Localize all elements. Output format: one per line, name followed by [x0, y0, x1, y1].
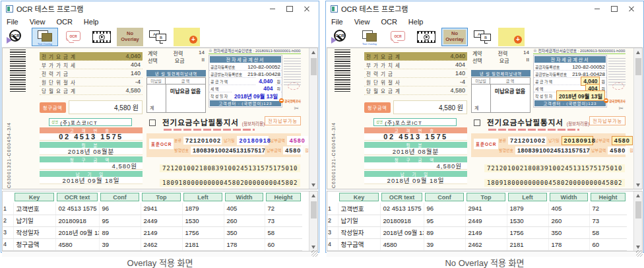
ocr-field-issue-date: 2018년 09월 13일	[232, 90, 280, 101]
document-viewport[interactable]: C63001321-C000454-3/4 전 기 요 금 계4,040 부 가…	[2, 48, 318, 189]
close-icon[interactable]	[300, 3, 314, 14]
scroll-down-icon[interactable]	[634, 180, 643, 189]
col-ocr-text[interactable]: OCR text	[57, 193, 98, 201]
charge-row: 부 가 가 치 세404	[364, 61, 467, 69]
col-width[interactable]: Width	[550, 193, 588, 201]
table-row[interactable]: 1고객번호02 4513 1575962941187940572	[3, 203, 302, 215]
table-row[interactable]: 2납기일20180918952449153026073	[3, 215, 302, 226]
ocr-speech-button[interactable]: OCR	[60, 28, 86, 46]
resize-grip[interactable]	[636, 250, 643, 257]
table-row[interactable]: 4청구금액4580392462218117860	[327, 238, 627, 250]
ocr-run-button[interactable]: OCR	[328, 28, 354, 46]
table-row[interactable]: 3작성일자2018년 09월 13일892149175635058	[3, 226, 302, 238]
col-key[interactable]: Key	[339, 193, 379, 201]
form-code: C63001321-C000454-3/4	[7, 102, 11, 188]
menu-view[interactable]: View	[354, 18, 370, 26]
bill-amount-label: 청구금액	[364, 102, 391, 113]
bill-amount-value: 4,580 원	[69, 100, 143, 114]
menu-file[interactable]: File	[331, 18, 343, 26]
col-top[interactable]: Top	[142, 193, 181, 201]
resize-grip[interactable]	[311, 250, 318, 257]
add-button[interactable]: +	[498, 28, 525, 46]
table-scrollbar[interactable]	[309, 191, 317, 251]
charges-panel: 전 기 요 금 계4,040 부 가 가 치 세404 전 력 기 금140 원…	[40, 52, 143, 114]
unpaid-header: 년 월 일련체미납내역	[471, 70, 531, 77]
col-height[interactable]: Height	[266, 193, 301, 201]
ocr-speech-button[interactable]: OCR	[385, 28, 411, 46]
bill-amount-row: 청구금액 4,580 원	[364, 100, 467, 114]
approval-number: ※ 전자세금계산서승인번호 : 20180913-50000001-h00017…	[209, 48, 301, 54]
col-conf[interactable]: Conf	[425, 193, 464, 201]
customer-panel: 성명 (주)포스코ICT 고 객 번 호 02 4513 1575 월 분 20…	[364, 118, 467, 184]
col-left[interactable]: Left	[508, 193, 547, 201]
menu-file[interactable]: File	[7, 18, 18, 26]
receipt-subtitle: (정보처리용)	[242, 120, 265, 127]
ocr-band: 표준OCR 분류 721201002 납기일 20180918 납부금액 458…	[146, 133, 301, 157]
col-top[interactable]: Top	[467, 193, 505, 201]
text-overlay-button[interactable]: Text Overlay	[32, 28, 58, 46]
menu-ocr[interactable]: OCR	[381, 18, 397, 26]
document-scrollbar[interactable]	[633, 48, 642, 189]
add-button[interactable]: +	[174, 28, 200, 46]
table-row[interactable]: 2납기일20180918952449153026073	[327, 215, 627, 226]
menu-ocr[interactable]: OCR	[56, 18, 72, 26]
receipt-title: 전기요금수납필통지서	[487, 117, 564, 127]
caption-no-overlay: No Overlay 적용 화면	[325, 256, 644, 268]
title-bar[interactable]: OCR 테스트 프로그램	[326, 1, 643, 16]
scroll-thumb[interactable]	[311, 201, 317, 218]
scroll-up-icon[interactable]	[309, 48, 318, 57]
menu-help[interactable]: Help	[84, 18, 99, 26]
ocr-results-table[interactable]: Key OCR text Conf Top Left Width Height …	[327, 191, 627, 251]
page: OCR 테스트 프로그램 File View OCR Help OCR	[0, 0, 644, 268]
table-row[interactable]: 1고객번호02 4513 1575962941187940572	[327, 203, 627, 215]
col-left[interactable]: Left	[183, 193, 222, 201]
no-overlay-button[interactable]: No Overlay	[441, 28, 468, 46]
minimize-icon[interactable]	[590, 3, 604, 14]
scroll-thumb[interactable]	[635, 58, 641, 75]
caption-overlay: Overlay 적용 화면	[1, 256, 319, 268]
barcode	[335, 50, 350, 93]
close-icon[interactable]	[624, 3, 639, 14]
video-button[interactable]	[413, 28, 439, 46]
pay-amount-2: 4580	[608, 147, 628, 154]
compare-monitors-button[interactable]: A B	[470, 28, 496, 46]
scroll-thumb[interactable]	[311, 58, 317, 75]
form-code: C63001321-C000454-3/4	[331, 102, 336, 188]
menu-help[interactable]: Help	[408, 18, 424, 26]
text-overlay-button[interactable]: Text Overlay	[356, 28, 383, 46]
window-title: OCR 테스트 프로그램	[16, 3, 265, 14]
scroll-up-icon[interactable]	[634, 48, 643, 57]
video-button[interactable]	[88, 28, 115, 46]
scroll-up-icon[interactable]	[309, 191, 318, 200]
document-scrollbar[interactable]	[309, 48, 317, 189]
no-overlay-button[interactable]: No Overlay	[117, 28, 143, 46]
menu-view[interactable]: View	[30, 18, 46, 26]
col-width[interactable]: Width	[225, 193, 263, 201]
minimize-icon[interactable]	[265, 3, 280, 14]
plus-icon: +	[189, 36, 197, 44]
ocr-results-table[interactable]: Key OCR text Conf Top Left Width Height …	[3, 191, 302, 251]
ocr-code-line-2: 180918000000000458020000000045802	[484, 179, 625, 187]
col-key[interactable]: Key	[15, 193, 54, 201]
play-icon	[99, 34, 105, 40]
maximize-icon[interactable]	[282, 3, 297, 14]
col-conf[interactable]: Conf	[100, 193, 139, 201]
unpaid-total-label: 계	[474, 104, 478, 111]
table-scrollbar[interactable]	[633, 191, 642, 251]
table-row[interactable]: 3작성일자2018년 09월 13일892149175635058	[327, 226, 627, 238]
charge-row: 전 력 기 금140	[364, 69, 467, 78]
title-bar[interactable]: OCR 테스트 프로그램	[1, 1, 319, 16]
col-ocr-text[interactable]: OCR text	[381, 193, 422, 201]
ocr-run-button[interactable]: OCR	[3, 28, 30, 46]
issue-number: 18083910024513157517	[515, 147, 589, 154]
scroll-down-icon[interactable]	[309, 180, 318, 189]
standard-ocr-label: 표준OCR	[149, 139, 174, 149]
scroll-thumb[interactable]	[635, 201, 641, 218]
maximize-icon[interactable]	[607, 3, 622, 14]
ocr-magnifier-icon: OCR	[334, 30, 346, 42]
scroll-up-icon[interactable]	[634, 191, 643, 200]
document-viewport[interactable]: C63001321-C000454-3/4 전 기 요 금 계4,040 부 가…	[327, 48, 643, 189]
compare-monitors-button[interactable]: A B	[145, 28, 172, 46]
table-row[interactable]: 4청구금액4580392462218117860	[3, 238, 302, 250]
col-height[interactable]: Height	[591, 193, 626, 201]
